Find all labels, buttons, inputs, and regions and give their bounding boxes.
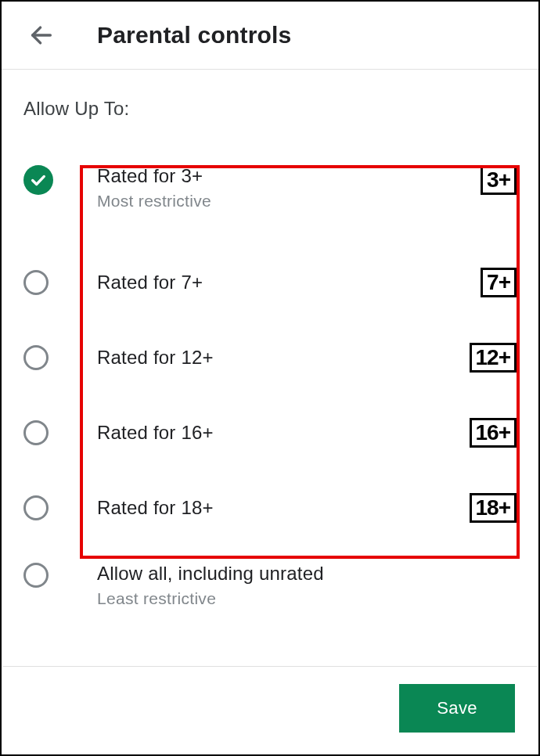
footer-bar: Save (3, 666, 537, 754)
option-allow-all[interactable]: Allow all, including unrated Least restr… (23, 545, 517, 630)
radio-button[interactable] (23, 270, 49, 295)
radio-button[interactable] (23, 563, 49, 588)
option-label: Rated for 3+ (97, 165, 474, 187)
options-list: Rated for 3+ Most restrictive 3+ Rated f… (23, 151, 517, 630)
rating-badge: 18+ (470, 493, 517, 523)
save-button[interactable]: Save (399, 684, 515, 733)
option-rated-7[interactable]: Rated for 7+ 7+ (23, 245, 517, 320)
radio-wrap (23, 563, 53, 588)
rating-badge: 3+ (481, 165, 517, 195)
radio-button[interactable] (23, 495, 49, 520)
content-area: Allow Up To: Rated for 3+ Most restricti… (2, 70, 538, 630)
header-bar: Parental controls (2, 2, 538, 70)
option-label: Rated for 7+ (97, 272, 474, 293)
option-label: Rated for 18+ (97, 497, 463, 519)
option-sublabel: Least restrictive (97, 589, 517, 608)
rating-badge: 7+ (481, 268, 517, 297)
radio-wrap (23, 420, 53, 445)
option-label-block: Rated for 16+ (97, 422, 463, 444)
back-arrow-icon[interactable] (27, 20, 56, 50)
radio-wrap (23, 270, 53, 295)
rating-badge: 16+ (470, 418, 517, 448)
option-rated-18[interactable]: Rated for 18+ 18+ (23, 470, 517, 545)
option-label-block: Allow all, including unrated Least restr… (97, 563, 517, 608)
radio-button[interactable] (23, 420, 49, 445)
option-label: Rated for 16+ (97, 422, 463, 444)
radio-wrap (23, 495, 53, 520)
section-label: Allow Up To: (23, 98, 517, 120)
page-title: Parental controls (97, 22, 291, 49)
option-label: Allow all, including unrated (97, 563, 517, 585)
option-sublabel: Most restrictive (97, 192, 474, 211)
option-label: Rated for 12+ (97, 347, 463, 369)
option-label-block: Rated for 12+ (97, 347, 463, 369)
option-label-block: Rated for 3+ Most restrictive (97, 165, 474, 211)
option-rated-16[interactable]: Rated for 16+ 16+ (23, 395, 517, 470)
rating-badge: 12+ (470, 343, 517, 373)
option-label-block: Rated for 18+ (97, 497, 463, 519)
radio-wrap (23, 165, 53, 195)
option-rated-3[interactable]: Rated for 3+ Most restrictive 3+ (23, 151, 517, 245)
option-label-block: Rated for 7+ (97, 272, 474, 293)
radio-button[interactable] (23, 165, 53, 195)
radio-button[interactable] (23, 345, 49, 370)
option-rated-12[interactable]: Rated for 12+ 12+ (23, 320, 517, 395)
radio-wrap (23, 345, 53, 370)
